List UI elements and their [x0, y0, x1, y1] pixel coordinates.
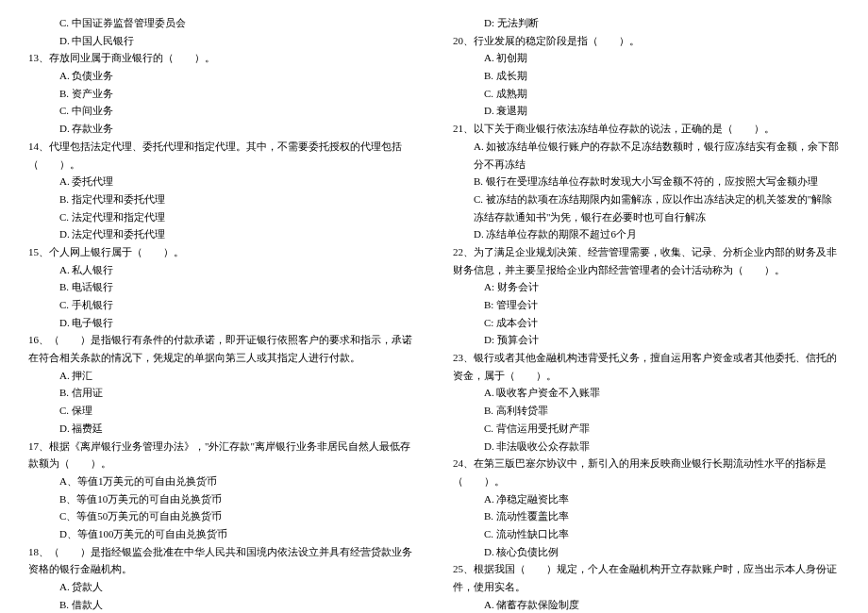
option-text: D. 中国人民银行: [28, 32, 415, 50]
question-stem: 24、在第三版巴塞尔协议中，新引入的用来反映商业银行长期流动性水平的指标是（ ）…: [453, 455, 840, 489]
option-text: B. 电话银行: [28, 278, 415, 296]
question-stem: 16、（ ）是指银行有条件的付款承诺，即开证银行依照客户的要求和指示，承诺在符合…: [28, 331, 415, 366]
option-text: D. 电子银行: [28, 314, 415, 332]
option-text: A. 贷款人: [28, 578, 415, 596]
question-stem: 25、根据我国（ ）规定，个人在金融机构开立存款账户时，应当出示本人身份证件，使…: [453, 560, 840, 595]
option-text: C. 被冻结的款项在冻结期限内如需解冻，应以作出冻结决定的机关签发的"解除冻结存…: [453, 191, 840, 225]
question-stem: 17、根据《离岸银行业务管理办法》，"外汇存款"离岸银行业务非居民自然人最低存款…: [28, 438, 415, 472]
option-text: A. 净稳定融资比率: [453, 490, 840, 508]
option-text: B、等值10万美元的可自由兑换货币: [28, 490, 415, 508]
option-text: B: 管理会计: [453, 296, 840, 314]
option-text: D. 非法吸收公众存款罪: [453, 438, 840, 456]
option-text: D. 法定代理和委托代理: [28, 225, 415, 243]
question-stem: 18、（ ）是指经银监会批准在中华人民共和国境内依法设立并具有经营贷款业务资格的…: [28, 543, 415, 578]
option-text: A. 负债业务: [28, 67, 415, 85]
question-stem: 13、存放同业属于商业银行的（ ）。: [28, 49, 415, 67]
option-text: D. 核心负债比例: [453, 543, 840, 561]
left-column: C. 中国证券监督管理委员会 D. 中国人民银行 13、存放同业属于商业银行的（…: [28, 14, 415, 613]
option-text: B. 资产业务: [28, 85, 415, 103]
option-text: C、等值50万美元的可自由兑换货币: [28, 507, 415, 525]
option-text: A. 吸收客户资金不入账罪: [453, 384, 840, 402]
option-text: A. 储蓄存款保险制度: [453, 596, 840, 613]
option-text: C. 成熟期: [453, 85, 840, 103]
option-text: A: 财务会计: [453, 278, 840, 296]
option-text: B. 流动性覆盖比率: [453, 507, 840, 525]
question-stem: 23、银行或者其他金融机构违背受托义务，擅自运用客户资金或者其他委托、信托的资金…: [453, 349, 840, 384]
two-column-layout: C. 中国证券监督管理委员会 D. 中国人民银行 13、存放同业属于商业银行的（…: [28, 14, 840, 613]
option-text: A. 如被冻结单位银行账户的存款不足冻结数额时，银行应冻结实有金额，余下部分不再…: [453, 138, 840, 173]
option-text: C. 法定代理和指定代理: [28, 208, 415, 226]
option-text: B. 信用证: [28, 384, 415, 402]
option-text: B. 银行在受理冻结单位存款时发现大小写金额不符的，应按照大写金额办理: [453, 173, 840, 191]
option-text: C. 保理: [28, 402, 415, 420]
question-stem: 15、个人网上银行属于（ ）。: [28, 243, 415, 261]
option-text: D: 无法判断: [453, 14, 840, 32]
option-text: D. 存款业务: [28, 120, 415, 138]
option-text: C: 成本会计: [453, 314, 840, 332]
option-text: A. 初创期: [453, 49, 840, 67]
option-text: B. 成长期: [453, 67, 840, 85]
option-text: C. 中国证券监督管理委员会: [28, 14, 415, 32]
option-text: A. 委托代理: [28, 173, 415, 191]
option-text: D. 冻结单位存款的期限不超过6个月: [453, 225, 840, 243]
option-text: B. 借款人: [28, 596, 415, 613]
option-text: A、等值1万美元的可自由兑换货币: [28, 472, 415, 490]
option-text: D: 预算会计: [453, 331, 840, 349]
question-stem: 20、行业发展的稳定阶段是指（ ）。: [453, 32, 840, 50]
question-stem: 14、代理包括法定代理、委托代理和指定代理。其中，不需要委托授权的代理包括（ ）…: [28, 138, 415, 173]
option-text: A. 押汇: [28, 367, 415, 385]
option-text: D. 福费廷: [28, 420, 415, 438]
question-stem: 21、以下关于商业银行依法冻结单位存款的说法，正确的是（ ）。: [453, 120, 840, 138]
option-text: C. 流动性缺口比率: [453, 525, 840, 543]
option-text: D. 衰退期: [453, 102, 840, 120]
option-text: C. 中间业务: [28, 102, 415, 120]
option-text: B. 指定代理和委托代理: [28, 191, 415, 208]
right-column: D: 无法判断 20、行业发展的稳定阶段是指（ ）。 A. 初创期 B. 成长期…: [453, 14, 840, 613]
option-text: C. 背信运用受托财产罪: [453, 420, 840, 438]
option-text: B. 高利转贷罪: [453, 402, 840, 420]
question-stem: 22、为了满足企业规划决策、经营管理需要，收集、记录、分析企业内部的财务及非财务…: [453, 243, 840, 278]
option-text: C. 手机银行: [28, 296, 415, 314]
option-text: D、等值100万美元的可自由兑换货币: [28, 525, 415, 543]
option-text: A. 私人银行: [28, 261, 415, 279]
